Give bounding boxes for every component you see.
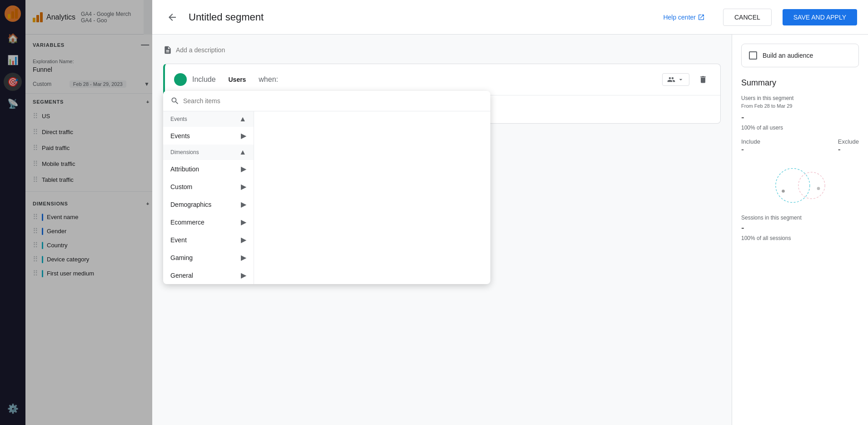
- menu-item-ecommerce[interactable]: Ecommerce ▶: [163, 213, 254, 231]
- menu-item-custom[interactable]: Custom ▶: [163, 178, 254, 195]
- menu-item-event[interactable]: Event ▶: [163, 231, 254, 249]
- menu-item-gaming[interactable]: Gaming ▶: [163, 249, 254, 266]
- menu-item-label: General: [170, 272, 193, 279]
- build-audience-label: Build an audience: [763, 52, 813, 59]
- summary-title: Summary: [741, 78, 859, 88]
- dropdown-left-panel: Events ▲ Events ▶ Dimensions ▲: [163, 111, 254, 284]
- menu-arrow-icon: ▶: [241, 165, 246, 173]
- back-button[interactable]: [163, 8, 181, 26]
- help-center-label: Help center: [663, 14, 696, 21]
- users-label: Users: [228, 76, 246, 83]
- menu-item-label: Demographics: [170, 201, 211, 208]
- exclude-section: Exclude -: [838, 138, 859, 155]
- sessions-in-segment-label: Sessions in this segment: [741, 215, 859, 221]
- menu-item-events[interactable]: Events ▶: [163, 127, 254, 145]
- menu-arrow-icon: ▶: [241, 271, 246, 280]
- menu-item-label: Custom: [170, 183, 192, 190]
- delete-condition-btn[interactable]: [695, 71, 711, 88]
- modal-header: Untitled segment Help center CANCEL SAVE…: [152, 0, 868, 35]
- venn-right-circle: [798, 172, 824, 199]
- exclude-label: Exclude: [838, 138, 859, 145]
- dimensions-group-header[interactable]: Dimensions ▲: [163, 145, 254, 160]
- segment-editor: Untitled segment Help center CANCEL SAVE…: [152, 0, 868, 425]
- build-audience-checkbox[interactable]: [749, 51, 757, 60]
- dimensions-chevron-up-icon: ▲: [239, 148, 246, 156]
- include-section: Include -: [741, 138, 760, 155]
- venn-left-circle: [775, 169, 809, 203]
- dropdown-menu: Events ▲ Events ▶ Dimensions ▲: [163, 91, 490, 284]
- menu-item-label: Events: [170, 132, 190, 140]
- menu-arrow-icon: ▶: [241, 235, 246, 244]
- users-type-dropdown[interactable]: [662, 73, 689, 86]
- summary-panel: Build an audience Summary Users in this …: [732, 35, 868, 425]
- menu-arrow-icon: ▶: [241, 253, 246, 262]
- menu-item-label: Gaming: [170, 254, 193, 261]
- modal-body: Include Users when: OR: [152, 35, 868, 425]
- menu-item-label: Attribution: [170, 165, 199, 173]
- dropdown-content: Events ▲ Events ▶ Dimensions ▲: [163, 111, 490, 284]
- include-label: Include: [741, 138, 760, 145]
- menu-arrow-icon: ▶: [241, 218, 246, 226]
- build-audience-section: Build an audience: [741, 44, 859, 67]
- events-group-label: Events: [170, 116, 187, 122]
- include-label: Include: [192, 75, 216, 84]
- menu-item-attribution[interactable]: Attribution ▶: [163, 160, 254, 178]
- green-dot-indicator: [174, 73, 187, 86]
- save-and-apply-button[interactable]: SAVE AND APPLY: [783, 9, 857, 25]
- menu-arrow-icon: ▶: [241, 200, 246, 209]
- menu-arrow-icon: ▶: [241, 131, 246, 140]
- users-pct: 100% of all users: [741, 125, 859, 131]
- summary-date-range: From Feb 28 to Mar 29: [741, 103, 859, 109]
- venn-left-dot: [782, 190, 785, 193]
- events-chevron-up-icon: ▲: [239, 115, 246, 123]
- when-label: when:: [259, 75, 278, 84]
- include-dash: -: [741, 145, 760, 155]
- description-input[interactable]: [176, 46, 721, 54]
- search-row: [163, 91, 490, 111]
- venn-svg: [755, 163, 846, 208]
- exclude-dash: -: [838, 145, 859, 155]
- sessions-dash: -: [741, 223, 859, 233]
- include-exclude-row: Include - Exclude -: [741, 138, 859, 155]
- venn-right-dot: [817, 187, 820, 190]
- search-input[interactable]: [183, 97, 483, 105]
- cancel-button[interactable]: CANCEL: [723, 9, 772, 26]
- help-center-link[interactable]: Help center: [663, 14, 705, 21]
- description-row: [163, 45, 721, 55]
- modal-title: Untitled segment: [189, 11, 656, 23]
- dropdown-right-panel: [254, 111, 490, 284]
- menu-item-general[interactable]: General ▶: [163, 266, 254, 284]
- menu-arrow-icon: ▶: [241, 182, 246, 191]
- menu-item-label: Event: [170, 236, 187, 244]
- menu-item-label: Ecommerce: [170, 219, 205, 226]
- venn-diagram: [741, 160, 859, 215]
- dimensions-group-label: Dimensions: [170, 149, 199, 155]
- sessions-pct: 100% of all sessions: [741, 235, 859, 241]
- editor-area: Include Users when: OR: [152, 35, 732, 425]
- events-group-header[interactable]: Events ▲: [163, 111, 254, 127]
- users-dash: -: [741, 112, 859, 123]
- users-in-segment-label: Users in this segment: [741, 95, 859, 101]
- menu-item-demographics[interactable]: Demographics ▶: [163, 195, 254, 213]
